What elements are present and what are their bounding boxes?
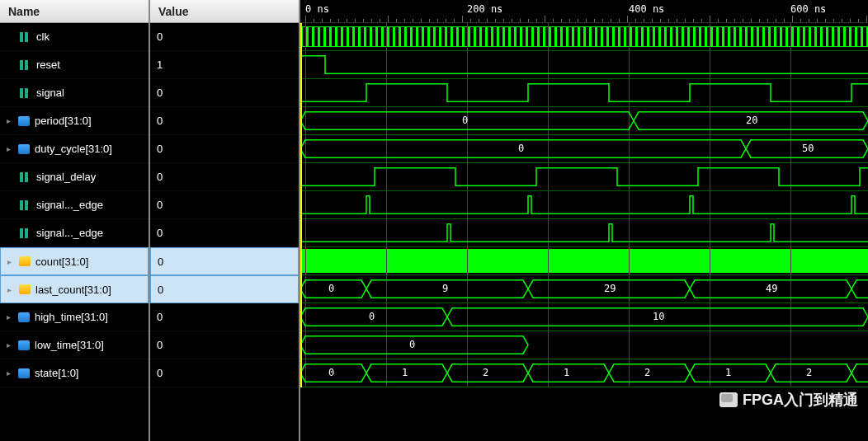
signal-value-label: 0 — [157, 30, 163, 43]
signal-value-row[interactable]: 0 — [150, 247, 299, 275]
signal-value-label: 0 — [157, 143, 163, 155]
waveform-panel[interactable]: 0 ns200 ns400 ns600 ns800 ns 02005009294… — [300, 0, 868, 441]
signal-icon — [18, 87, 31, 99]
signal-value-row[interactable]: 0 — [150, 191, 299, 219]
waveform-row[interactable] — [300, 219, 868, 247]
signal-name-row[interactable]: signal..._edge — [0, 191, 149, 219]
signal-value-row[interactable]: 0 — [150, 107, 299, 135]
signal-value-row[interactable]: 0 — [150, 79, 299, 107]
signal-name-row[interactable]: ▸low_time[31:0] — [0, 331, 149, 359]
ruler-tick-label: 0 ns — [305, 3, 329, 15]
signal-value-row[interactable]: 0 — [150, 219, 299, 247]
expand-icon[interactable]: ▸ — [7, 257, 17, 266]
signal-value-row[interactable]: 0 — [150, 359, 299, 387]
signal-name-label: state[1:0] — [35, 367, 78, 379]
ruler-tick-label: 200 ns — [467, 3, 502, 15]
signal-name-row[interactable]: ▸period[31:0] — [0, 107, 149, 135]
bus-icon — [18, 144, 30, 154]
selbus-icon — [19, 256, 31, 266]
time-cursor[interactable] — [300, 23, 302, 387]
waveform-row[interactable]: 020 — [300, 107, 868, 135]
signal-name-label: reset — [36, 59, 60, 71]
signal-name-label: low_time[31:0] — [35, 339, 104, 351]
signal-icon — [18, 171, 31, 183]
signal-value-row[interactable]: 0 — [150, 163, 299, 191]
signal-name-label: count[31:0] — [35, 256, 88, 268]
name-panel: Name clkresetsignal▸period[31:0]▸duty_cy… — [0, 0, 150, 441]
waveform-row[interactable] — [300, 51, 868, 79]
signal-value-label: 0 — [157, 367, 163, 379]
signal-icon — [18, 199, 31, 211]
signal-icon — [18, 59, 31, 71]
wechat-icon — [719, 392, 738, 407]
signal-name-row[interactable]: ▸duty_cycle[31:0] — [0, 135, 149, 163]
signal-name-row[interactable]: signal..._edge — [0, 219, 149, 247]
bus-icon — [18, 368, 30, 378]
signal-value-label: 0 — [158, 256, 163, 268]
signal-name-label: signal — [36, 87, 64, 99]
waveform-row[interactable]: 050 — [300, 135, 868, 163]
signal-name-row[interactable]: clk — [0, 23, 149, 51]
signal-name-label: signal..._edge — [36, 227, 103, 239]
bus-icon — [18, 116, 30, 126]
signal-name-label: signal..._edge — [36, 199, 103, 211]
ruler-tick-label: 400 ns — [629, 3, 664, 15]
signal-name-row[interactable]: signal_delay — [0, 163, 149, 191]
signal-value-label: 0 — [157, 87, 163, 99]
bus-icon — [18, 312, 30, 322]
expand-icon[interactable]: ▸ — [7, 368, 17, 378]
signal-value-label: 0 — [157, 171, 163, 183]
signal-value-label: 1 — [157, 59, 163, 71]
signal-name-label: last_count[31:0] — [35, 284, 111, 296]
waveform-row[interactable]: 0 — [300, 331, 868, 359]
waveform-area[interactable]: 020050092949690100012121212 — [300, 23, 868, 387]
value-rows: 0100000000000 — [150, 23, 299, 441]
signal-value-row[interactable]: 0 — [150, 135, 299, 163]
bus-icon — [18, 340, 30, 350]
time-ruler[interactable]: 0 ns200 ns400 ns600 ns800 ns — [300, 0, 868, 23]
watermark: FPGA入门到精通 — [719, 390, 858, 410]
signal-name-label: clk — [36, 30, 50, 43]
waveform-row[interactable] — [300, 163, 868, 191]
signal-value-label: 0 — [157, 339, 163, 351]
waveform-row[interactable] — [300, 79, 868, 107]
waveform-row[interactable] — [300, 191, 868, 219]
signal-value-label: 0 — [157, 227, 163, 239]
value-panel: Value 0100000000000 — [150, 0, 300, 441]
signal-name-label: period[31:0] — [35, 115, 92, 127]
signal-icon — [18, 228, 31, 239]
signal-name-row[interactable]: ▸last_count[31:0] — [0, 275, 149, 303]
signal-name-label: high_time[31:0] — [35, 311, 108, 323]
signal-value-row[interactable]: 0 — [150, 23, 299, 51]
signal-name-row[interactable]: ▸state[1:0] — [0, 359, 149, 387]
signal-name-row[interactable]: ▸count[31:0] — [0, 247, 149, 275]
expand-icon[interactable]: ▸ — [7, 312, 17, 321]
waveform-row[interactable]: 010 — [300, 303, 868, 331]
signal-value-label: 0 — [157, 311, 163, 323]
name-rows: clkresetsignal▸period[31:0]▸duty_cycle[3… — [0, 23, 149, 441]
signal-value-row[interactable]: 0 — [150, 331, 299, 359]
value-header: Value — [150, 0, 299, 23]
signal-value-row[interactable]: 0 — [150, 303, 299, 331]
waveform-row[interactable]: 012121212 — [300, 359, 868, 387]
signal-name-row[interactable]: reset — [0, 51, 149, 79]
signal-value-row[interactable]: 0 — [150, 275, 299, 303]
ruler-tick-label: 600 ns — [790, 3, 826, 15]
signal-icon — [18, 31, 31, 43]
signal-value-row[interactable]: 1 — [150, 51, 299, 79]
selbus-icon — [19, 284, 31, 294]
expand-icon[interactable]: ▸ — [7, 116, 17, 125]
signal-value-label: 0 — [157, 199, 163, 211]
signal-name-label: signal_delay — [36, 171, 96, 183]
waveform-row[interactable]: 09294969 — [300, 275, 868, 303]
signal-name-label: duty_cycle[31:0] — [35, 143, 112, 155]
expand-icon[interactable]: ▸ — [7, 144, 17, 153]
expand-icon[interactable]: ▸ — [7, 285, 17, 294]
signal-value-label: 0 — [158, 284, 163, 296]
signal-name-row[interactable]: signal — [0, 79, 149, 107]
name-header: Name — [0, 0, 149, 23]
signal-value-label: 0 — [157, 115, 163, 127]
signal-name-row[interactable]: ▸high_time[31:0] — [0, 303, 149, 331]
expand-icon[interactable]: ▸ — [7, 340, 17, 350]
